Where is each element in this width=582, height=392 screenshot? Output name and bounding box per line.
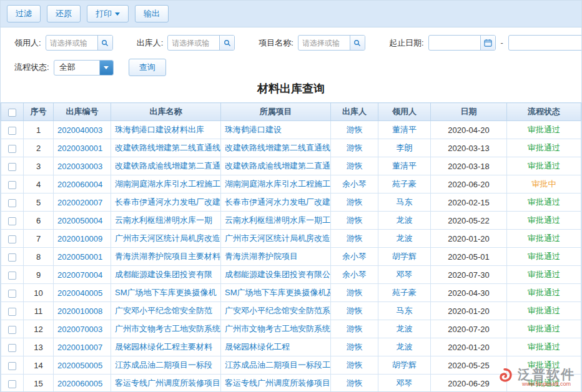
row-checkbox[interactable]	[8, 181, 16, 189]
row-index: 3	[24, 157, 54, 175]
status-text: 审批通过	[528, 288, 560, 297]
outbound-code-link[interactable]: 2020030001	[57, 144, 102, 153]
outbound-code-link[interactable]: 2020060004	[57, 180, 102, 189]
toolbar-button-label: 过滤	[16, 8, 32, 19]
outbound-code-link[interactable]: 2020060005	[57, 379, 102, 388]
row-checkbox[interactable]	[8, 326, 16, 334]
outbound-code-link[interactable]: 2020040005	[57, 288, 102, 298]
row-check-cell	[1, 157, 24, 175]
row-check-cell	[1, 175, 24, 194]
outbound-name: 广州市文物考古工地安防系统	[111, 320, 221, 338]
outbound-code-link[interactable]: 2020020007	[57, 198, 102, 207]
status-text: 审批通过	[528, 161, 560, 170]
outbound-code-cell: 2020050001	[54, 248, 111, 266]
project-input[interactable]	[298, 36, 350, 50]
row-checkbox[interactable]	[8, 163, 16, 171]
date-value: 2020-03-18	[431, 157, 507, 175]
row-checkbox[interactable]	[8, 344, 16, 352]
row-checkbox[interactable]	[8, 362, 16, 370]
status-text: 审批通过	[528, 378, 560, 388]
date-value: 2020-05-25	[431, 356, 507, 375]
project-name: 成都能源建设集团投资有限公司	[221, 266, 331, 284]
recipient-input[interactable]	[46, 36, 97, 50]
status-cell: 审批通过	[507, 212, 581, 230]
column-header: 出库人	[331, 103, 378, 121]
outbound-code-link[interactable]: 2020040003	[57, 125, 102, 135]
outbound-code-link[interactable]: 2020010008	[57, 306, 102, 316]
recipient-name: 董清平	[378, 121, 431, 139]
outbound-code-link[interactable]: 2020070003	[57, 325, 102, 334]
recipient-search-icon[interactable]	[97, 36, 112, 50]
status-cell: 审批通过	[507, 121, 581, 139]
export-button[interactable]: 输出	[135, 5, 169, 22]
status-cell: 审批通过	[507, 375, 581, 392]
select-all-checkbox[interactable]	[8, 109, 16, 117]
row-index: 2	[24, 139, 54, 157]
outbound-code-link[interactable]: 2020050004	[57, 216, 102, 225]
date-value: 2020-01-20	[431, 338, 507, 356]
row-checkbox[interactable]	[8, 308, 16, 316]
project-name: 湖南洞庭湖水库引水工程施工	[221, 175, 331, 194]
table-row: 72020010009广州市天河区统计局机房改造广州市天河区统计局机房改造工游恢…	[1, 230, 581, 248]
project-search-icon[interactable]	[350, 36, 365, 50]
issuer-input[interactable]	[168, 36, 219, 50]
recipient-name: 龙波	[378, 230, 431, 248]
row-index: 1	[24, 121, 54, 139]
date-end-input[interactable]	[509, 36, 582, 50]
recipient-name: 马东	[378, 194, 431, 212]
row-checkbox[interactable]	[8, 127, 16, 135]
row-index: 4	[24, 175, 54, 194]
status-cell: 审批通过	[507, 139, 581, 157]
date-value: 2020-01-20	[431, 230, 507, 248]
date-start-input[interactable]	[429, 36, 480, 50]
row-checkbox[interactable]	[8, 290, 16, 298]
outbound-code-cell: 2020070004	[54, 266, 111, 284]
status-text: 审批通过	[528, 324, 560, 333]
project-name: 云南水利枢纽潜明水库一期工程	[221, 212, 331, 230]
outbound-code-link[interactable]: 2020070004	[57, 270, 102, 280]
status-text: 审批通过	[528, 233, 560, 243]
status-cell: 审批通过	[507, 157, 581, 175]
outbound-code-link[interactable]: 2020010009	[57, 234, 102, 243]
issuer-label: 出库人:	[137, 37, 164, 49]
issuer-name: 游恢	[331, 302, 378, 320]
date-value: 2020-01-20	[431, 302, 507, 320]
query-button[interactable]: 查询	[129, 59, 166, 76]
row-check-cell	[1, 302, 24, 320]
status-text: 审批通过	[528, 252, 560, 261]
status-cell: 审批通过	[507, 248, 581, 266]
issuer-search-icon[interactable]	[219, 36, 234, 50]
recipient-name: 胡学辉	[378, 356, 431, 375]
status-select[interactable]: 全部	[54, 60, 114, 76]
status-text: 审批通过	[528, 306, 560, 315]
outbound-code-cell: 2020010009	[54, 230, 111, 248]
outbound-code-cell: 2020050005	[54, 356, 111, 375]
row-checkbox[interactable]	[8, 199, 16, 207]
filter-button[interactable]: 过滤	[7, 5, 41, 22]
calendar-icon[interactable]	[480, 36, 495, 50]
row-checkbox[interactable]	[8, 253, 16, 262]
row-checkbox[interactable]	[8, 380, 16, 388]
row-index: 5	[24, 194, 54, 212]
outbound-code-link[interactable]: 2020050005	[57, 361, 102, 370]
print-button[interactable]: 打印	[87, 5, 129, 22]
project-picker	[298, 35, 365, 51]
row-checkbox[interactable]	[8, 217, 16, 225]
outbound-name: 客运专线广州调度所装修项目	[111, 375, 221, 392]
project-label: 项目名称:	[259, 37, 293, 49]
date-end-picker	[508, 35, 582, 51]
row-checkbox[interactable]	[8, 272, 16, 280]
outbound-name: 江苏成品油二期项目一标段	[111, 356, 221, 375]
row-checkbox[interactable]	[8, 235, 16, 243]
table-row: 42020060004湖南洞庭湖水库引水工程施工湖南洞庭湖水库引水工程施工余小琴…	[1, 175, 581, 194]
issuer-name: 余小琴	[331, 266, 378, 284]
row-checkbox[interactable]	[8, 145, 16, 153]
row-check-cell	[1, 212, 24, 230]
outbound-code-link[interactable]: 2020050001	[57, 252, 102, 262]
outbound-code-link[interactable]: 2020030003	[57, 162, 102, 171]
restore-button[interactable]: 还原	[47, 5, 81, 22]
toolbar: 过滤还原打印输出	[1, 1, 581, 27]
recipient-name: 苑子豪	[378, 284, 431, 302]
issuer-picker	[167, 35, 235, 51]
outbound-code-link[interactable]: 2020010007	[57, 343, 102, 352]
